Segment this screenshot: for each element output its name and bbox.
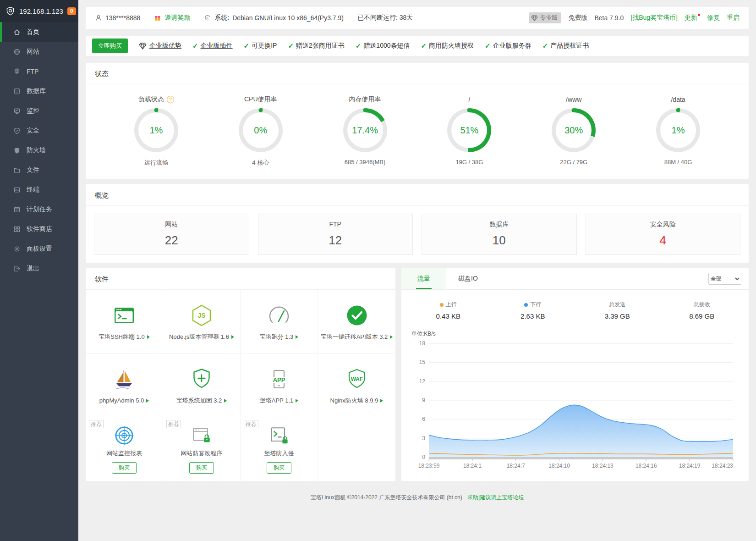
overview-title: 概览 [86, 184, 749, 206]
sidebar-item-store[interactable]: 软件商店 [0, 219, 78, 239]
software-cell-9[interactable]: 推荐网站防篡改程序购买 [163, 417, 241, 481]
sidebar-header: 192.168.1.123 0 [0, 0, 78, 22]
software-cell-0[interactable]: 宝塔SSH终端 1.0 [86, 290, 163, 353]
software-cell-5[interactable]: 宝塔系统加固 3.2 [163, 353, 241, 417]
overview-card-2[interactable]: 数据库10 [422, 214, 577, 255]
promo-feature-6: ✓产品授权证书 [542, 42, 589, 50]
sidebar-item-files[interactable]: 文件 [0, 160, 78, 180]
ssh-terminal-icon [111, 302, 137, 329]
software-cell-6[interactable]: APP堡塔APP 1.1 [241, 353, 318, 417]
benchmark-gauge-icon [266, 302, 292, 329]
gear-icon [13, 245, 21, 253]
sidebar-item-terminal[interactable]: 终端 [0, 180, 78, 199]
software-label: 网站监控报表 [106, 449, 142, 458]
store-grid-icon [13, 226, 21, 233]
gauge-ring: 30% [552, 108, 596, 152]
buy-button[interactable]: 购买 [267, 462, 291, 474]
sidebar-item-label: 软件商店 [27, 225, 52, 233]
sidebar-item-label: 计划任务 [27, 205, 52, 214]
sidebar-item-label: 安全 [27, 127, 39, 135]
tab-disk-io[interactable]: 磁盘IO [446, 268, 490, 289]
sidebar-menu: 首页网站FTP数据库监控安全防火墙文件终端计划任务软件商店面板设置退出 [0, 22, 78, 278]
software-cell-4[interactable]: phpMyAdmin 5.0 [86, 353, 163, 417]
gauge-3: /51%19G / 38G [417, 94, 521, 167]
software-cell-7[interactable]: WAFNginx防火墙 8.9.9 [318, 353, 395, 417]
sidebar-item-label: FTP [27, 68, 38, 75]
software-cell-3[interactable]: 宝塔一键迁移API版本 3.2 [318, 290, 395, 353]
software-cell-1[interactable]: JSNode.js版本管理器 1.6 [163, 290, 241, 353]
sidebar-item-label: 首页 [27, 28, 39, 36]
main-content: 138****8888 邀请奖励 系统: Debian GNU/Linux 10… [78, 0, 756, 511]
gauge-percent: 1% [672, 125, 685, 136]
software-section: 软件 宝塔SSH终端 1.0JSNode.js版本管理器 1.6宝塔跑分 1.3… [86, 268, 395, 481]
sidebar-item-label: 防火墙 [27, 146, 46, 155]
gauge-ring: 1% [134, 108, 178, 152]
traffic-tabs: 流量磁盘IO [401, 268, 490, 289]
sidebar-item-monitor[interactable]: 监控 [0, 101, 78, 121]
overview-value: 4 [586, 233, 740, 247]
overview-card-3[interactable]: 安全风险4 [586, 214, 741, 255]
sidebar-item-site[interactable]: 网站 [0, 42, 78, 61]
update-red-dot [698, 14, 700, 16]
traffic-filter-select[interactable]: 全部 [708, 273, 741, 285]
software-label: 宝塔跑分 1.3 [260, 333, 299, 341]
buy-now-button[interactable]: 立即购买 [92, 39, 128, 53]
repair-link[interactable]: 修复 [707, 14, 720, 22]
overview-card-0[interactable]: 网站22 [94, 214, 249, 255]
forum-help-link[interactable]: 求助|建议请上宝塔论坛 [467, 494, 524, 501]
sidebar-item-label: 面板设置 [27, 245, 52, 253]
message-count-badge[interactable]: 0 [67, 7, 76, 15]
enterprise-advantage-link[interactable]: 企业版优势 [139, 42, 181, 50]
sidebar-item-label: 数据库 [27, 87, 46, 95]
play-icon [296, 335, 298, 339]
svg-text:18:24:10: 18:24:10 [548, 463, 570, 469]
help-icon[interactable]: ? [167, 96, 174, 103]
nodejs-icon: JS [189, 302, 214, 329]
bug-bounty-link[interactable]: [找Bug奖宝塔币] [630, 14, 678, 22]
gauge-dot [363, 108, 367, 112]
bt-shield-icon [5, 6, 15, 16]
sidebar-item-home[interactable]: 首页 [0, 22, 78, 42]
sidebar-item-cron[interactable]: 计划任务 [0, 199, 78, 219]
stat-label: 下行 [491, 301, 575, 308]
app-phone-icon: APP [266, 366, 292, 392]
svg-text:18:24:16: 18:24:16 [635, 463, 657, 469]
traffic-stats: 上行0.43 KB下行2.63 KB总发送3.39 GB总接收8.69 GB [401, 290, 749, 320]
sidebar-item-logout[interactable]: 退出 [0, 259, 78, 278]
stat-value: 0.43 KB [406, 312, 491, 320]
sidebar-item-security[interactable]: 安全 [0, 121, 78, 140]
overview-card-1[interactable]: FTP12 [258, 214, 413, 255]
sidebar-item-database[interactable]: 数据库 [0, 81, 78, 101]
sidebar-item-firewall[interactable]: 防火墙 [0, 140, 78, 160]
overview-label: FTP [258, 221, 413, 230]
stat-value: 3.39 GB [575, 312, 660, 320]
invite-reward-link[interactable]: 邀请奖励 [154, 14, 190, 22]
promo-feature-3: ✓赠送1000条短信 [356, 42, 410, 50]
restart-link[interactable]: 重启 [727, 14, 740, 22]
software-label: 宝塔SSH终端 1.0 [99, 333, 149, 341]
buy-button[interactable]: 购买 [112, 462, 137, 474]
gauge-subtitle: 88M / 40G [626, 159, 730, 167]
diamond-dark-icon [139, 43, 147, 50]
buy-button[interactable]: 购买 [189, 462, 214, 474]
pro-badge[interactable]: 专业版 [529, 12, 561, 23]
svg-text:18:23:59: 18:23:59 [418, 463, 440, 469]
gauge-title: 负载状态? [104, 94, 208, 105]
tab-traffic[interactable]: 流量 [401, 268, 446, 289]
gauge-percent: 1% [149, 125, 163, 136]
software-cell-8[interactable]: 推荐网站监控报表购买 [86, 417, 163, 481]
gauge-percent: 30% [564, 125, 583, 136]
gauge-title: / [417, 94, 521, 105]
traffic-section: 流量磁盘IO 全部 上行0.43 KB下行2.63 KB总发送3.39 GB总接… [401, 268, 749, 481]
user-info[interactable]: 138****8888 [95, 14, 140, 22]
database-icon [13, 88, 21, 95]
gauge-dot [467, 108, 471, 112]
sidebar-item-panel[interactable]: 面板设置 [0, 239, 78, 259]
gauge-title: /data [626, 94, 730, 105]
software-cell-10[interactable]: 推荐堡塔防入侵购买 [241, 417, 318, 481]
sidebar-item-ftp[interactable]: FTP [0, 61, 78, 81]
software-cell-2[interactable]: 宝塔跑分 1.3 [241, 290, 318, 353]
promo-feature-0[interactable]: ✓企业版插件 [192, 42, 233, 50]
update-link[interactable]: 更新 [685, 14, 700, 22]
gauge-percent: 0% [254, 125, 267, 136]
